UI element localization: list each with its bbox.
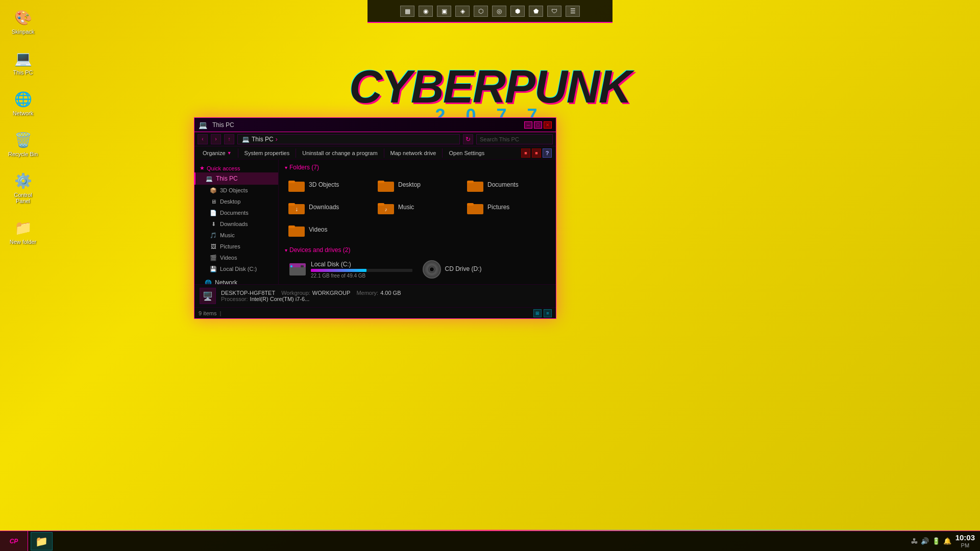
organize-button[interactable]: Organize ▼ bbox=[199, 147, 236, 159]
folder-videos[interactable]: Videos bbox=[285, 220, 371, 239]
address-path[interactable]: 💻 This PC › bbox=[237, 134, 460, 144]
desktop-icon-control-panel[interactable]: ⚙️ Control Panel bbox=[5, 168, 41, 206]
up-button[interactable]: ↑ bbox=[224, 134, 234, 144]
desktop-icon-recycle[interactable]: 🗑️ Recycle Bin bbox=[5, 128, 41, 159]
toolbar-separator-4 bbox=[442, 148, 443, 158]
top-icon-6[interactable]: ◎ bbox=[492, 6, 506, 17]
top-icon-2[interactable]: ◉ bbox=[419, 6, 433, 17]
sidebar-item-videos[interactable]: 🎬 Videos bbox=[194, 252, 278, 263]
sidebar-item-documents[interactable]: 📄 Documents bbox=[194, 207, 278, 218]
back-button[interactable]: ‹ bbox=[198, 134, 208, 144]
folder-pictures[interactable]: Pictures bbox=[463, 197, 550, 217]
top-icon-3[interactable]: ▣ bbox=[437, 6, 451, 17]
help-button[interactable]: ? bbox=[543, 148, 552, 158]
processor-label: Processor: bbox=[221, 296, 248, 302]
view-large-icons[interactable]: ⊞ bbox=[533, 309, 542, 317]
window-addressbar: ‹ › ↑ 💻 This PC › ↻ Search This PC bbox=[194, 132, 556, 146]
folder-icon-documents bbox=[467, 178, 483, 192]
window-toolbar: Organize ▼ System properties Uninstall o… bbox=[194, 146, 556, 160]
system-properties-button[interactable]: System properties bbox=[240, 147, 294, 159]
folder-name-3d: 3D Objects bbox=[309, 181, 339, 188]
sidebar-item-this-pc[interactable]: 💻 This PC bbox=[194, 172, 278, 185]
toolbar-icon-1[interactable]: ■ bbox=[521, 148, 530, 158]
sidebar-item-downloads[interactable]: ⬇ Downloads bbox=[194, 218, 278, 230]
system-tray: 🖧 🔊 🔋 🔔 bbox=[911, 537, 951, 545]
local-disk-sidebar-icon: 💾 bbox=[210, 265, 217, 272]
folder-icon-pictures bbox=[467, 200, 483, 214]
top-icon-8[interactable]: ⬟ bbox=[529, 6, 543, 17]
sidebar-item-music[interactable]: 🎵 Music bbox=[194, 230, 278, 241]
processor-field: Processor: Intel(R) Core(TM) i7-6... bbox=[221, 296, 309, 302]
folders-section-header[interactable]: ▾ Folders (7) bbox=[285, 164, 550, 171]
search-box[interactable]: Search This PC bbox=[476, 134, 553, 144]
sidebar-item-network[interactable]: 🌐 Network bbox=[194, 277, 278, 284]
drive-cd-d[interactable]: CD Drive (D:) bbox=[419, 258, 550, 281]
window-titlebar: 💻 This PC ─ □ ✕ bbox=[194, 118, 556, 132]
view-buttons: ⊞ ≡ bbox=[533, 309, 552, 317]
3d-objects-sidebar-icon: 📦 bbox=[210, 187, 217, 194]
folder-icon-music: ♪ bbox=[378, 200, 394, 214]
top-icon-9[interactable]: 🛡 bbox=[547, 6, 561, 17]
cd-drive-name: CD Drive (D:) bbox=[445, 265, 547, 272]
top-icon-4[interactable]: ◈ bbox=[455, 6, 470, 17]
videos-sidebar-icon: 🎬 bbox=[210, 254, 217, 261]
start-button[interactable]: CP bbox=[0, 531, 28, 552]
desktop-icon-thispc[interactable]: 💻 This PC bbox=[5, 46, 41, 78]
folder-3d-objects[interactable]: 3D Objects bbox=[285, 175, 371, 194]
taskbar-clock[interactable]: 10:03 PM bbox=[955, 533, 975, 549]
top-icon-7[interactable]: ⬢ bbox=[510, 6, 525, 17]
skinpack-icon: 🎨 bbox=[13, 7, 33, 28]
uninstall-button[interactable]: Uninstall or change a program bbox=[298, 147, 381, 159]
folder-documents[interactable]: Documents bbox=[463, 175, 550, 194]
folder-downloads[interactable]: ↓ Downloads bbox=[285, 197, 371, 217]
notification-icon[interactable]: 🔔 bbox=[943, 537, 951, 545]
sidebar-item-3d-objects[interactable]: 📦 3D Objects bbox=[194, 185, 278, 196]
folder-desktop[interactable]: Desktop bbox=[374, 175, 460, 194]
map-network-button[interactable]: Map network drive bbox=[386, 147, 440, 159]
sidebar-item-desktop[interactable]: 🖥 Desktop bbox=[194, 196, 278, 207]
star-icon: ★ bbox=[200, 165, 205, 171]
network-tray-icon[interactable]: 🖧 bbox=[911, 537, 918, 545]
path-label: This PC bbox=[252, 136, 274, 143]
sidebar-item-pictures[interactable]: 🖼 Pictures bbox=[194, 241, 278, 252]
thispc-label: This PC bbox=[13, 69, 33, 76]
desktop-icon-new-folder[interactable]: 📁 New folder bbox=[5, 215, 41, 247]
folder-name-downloads: Downloads bbox=[309, 204, 339, 211]
close-button[interactable]: ✕ bbox=[544, 121, 552, 129]
folder-icon-videos bbox=[288, 222, 305, 237]
top-taskbar: ▦ ◉ ▣ ◈ ⬡ ◎ ⬢ ⬟ 🛡 ☰ bbox=[368, 0, 612, 23]
svg-rect-7 bbox=[288, 203, 295, 206]
new-folder-icon: 📁 bbox=[13, 217, 33, 238]
desktop-icon-network[interactable]: 🌐 Network bbox=[5, 87, 41, 118]
maximize-button[interactable]: □ bbox=[534, 121, 542, 129]
svg-rect-5 bbox=[467, 181, 474, 183]
view-list[interactable]: ≡ bbox=[544, 309, 552, 317]
volume-icon[interactable]: 🔊 bbox=[921, 537, 929, 545]
items-count: 9 items bbox=[199, 310, 216, 316]
refresh-button[interactable]: ↻ bbox=[463, 134, 473, 144]
top-icon-10[interactable]: ☰ bbox=[566, 6, 580, 17]
toolbar-icon-2[interactable]: ■ bbox=[532, 148, 541, 158]
forward-button[interactable]: › bbox=[211, 134, 221, 144]
top-icon-1[interactable]: ▦ bbox=[400, 6, 414, 17]
top-icon-5[interactable]: ⬡ bbox=[474, 6, 488, 17]
drives-section-header[interactable]: ▾ Devices and drives (2) bbox=[285, 246, 550, 254]
folder-icon-3d bbox=[288, 178, 305, 192]
sidebar-item-local-disk[interactable]: 💾 Local Disk (C:) bbox=[194, 263, 278, 274]
minimize-button[interactable]: ─ bbox=[524, 121, 532, 129]
battery-icon[interactable]: 🔋 bbox=[932, 537, 940, 545]
folder-music[interactable]: ♪ Music bbox=[374, 197, 460, 217]
cd-center bbox=[429, 267, 434, 272]
local-disk-name: Local Disk (C:) bbox=[311, 261, 412, 268]
this-pc-sidebar-icon: 💻 bbox=[206, 175, 213, 182]
taskbar-file-explorer[interactable]: 📁 bbox=[31, 532, 53, 550]
folder-name-documents: Documents bbox=[487, 181, 519, 188]
recycle-bin-label: Recycle Bin bbox=[8, 151, 38, 157]
toolbar-separator-2 bbox=[296, 148, 296, 158]
folders-chevron: ▾ bbox=[285, 165, 287, 170]
drive-local-disk-c[interactable]: Local Disk (C:) 22.1 GB free of 49.4 GB bbox=[285, 258, 416, 281]
local-disk-icon bbox=[288, 260, 307, 279]
drives-grid: Local Disk (C:) 22.1 GB free of 49.4 GB bbox=[285, 258, 550, 281]
open-settings-button[interactable]: Open Settings bbox=[445, 147, 488, 159]
desktop-icon-skinpack[interactable]: 🎨 Skinpack bbox=[5, 5, 41, 37]
